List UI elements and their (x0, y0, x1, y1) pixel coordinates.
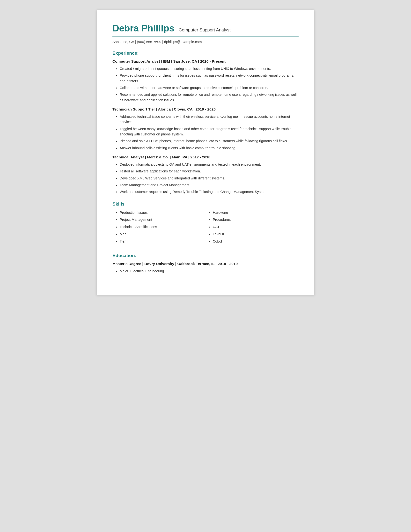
education-section: Education: Master's Degree | DeVry Unive… (112, 253, 299, 274)
list-item: Major: Electrical Engineering (120, 268, 299, 274)
experience-section-title: Experience: (112, 50, 299, 56)
list-item: Work on customer requests using Remedy T… (120, 189, 299, 194)
skills-section: Skills Production Issues Project Managem… (112, 201, 299, 246)
skills-section-title: Skills (112, 201, 299, 207)
name-title-row: Debra Phillips Computer Support Analyst (112, 23, 299, 34)
list-item: Technical Specifications (120, 224, 206, 230)
list-item: Tier II (120, 239, 206, 244)
job-bullets-3: Deployed Informatica objects to QA and U… (120, 162, 299, 195)
list-item: Developed XML Web Services and integrate… (120, 176, 299, 181)
list-item: Deployed Informatica objects to QA and U… (120, 162, 299, 167)
full-name: Debra Phillips (112, 23, 174, 34)
education-section-title: Education: (112, 253, 299, 258)
job-bullets-2: Addressed technical issue concerns with … (120, 114, 299, 151)
edu-heading-1: Master's Degree | DeVry University | Oak… (112, 262, 299, 266)
list-item: Answer inbound calls assisting clients w… (120, 145, 299, 151)
list-item: Addressed technical issue concerns with … (120, 114, 299, 125)
list-item: Level II (213, 232, 299, 237)
skills-left-col: Production Issues Project Management Tec… (120, 210, 206, 246)
list-item: Production Issues (120, 210, 206, 216)
list-item: UAT (213, 224, 299, 230)
list-item: Toggled between many knowledge bases and… (120, 126, 299, 137)
contact-info: San Jose, CA | (960) 555-7609 | dphillip… (112, 40, 299, 44)
header-divider (112, 37, 299, 37)
list-item: Hardware (213, 210, 299, 216)
list-item: Tested all software applications for eac… (120, 169, 299, 174)
list-item: Pitched and sold ATT Cellphones, interne… (120, 138, 299, 144)
list-item: Mac (120, 232, 206, 237)
list-item: Project Management (120, 217, 206, 222)
header-section: Debra Phillips Computer Support Analyst … (112, 23, 299, 44)
list-item: Created / migrated print queues, ensurin… (120, 66, 299, 71)
job-heading-3: Technical Analyst | Merck & Co. | Main, … (112, 155, 299, 159)
job-bullets-1: Created / migrated print queues, ensurin… (120, 66, 299, 103)
skills-right-col: Hardware Procedures UAT Level II Cobol (213, 210, 299, 246)
job-heading-2: Technician Support Tier | Alorica | Clov… (112, 107, 299, 112)
list-item: Cobol (213, 239, 299, 244)
resume-page: Debra Phillips Computer Support Analyst … (97, 10, 314, 295)
job-title-header: Computer Support Analyst (179, 27, 231, 33)
list-item: Recommended and applied solutions for re… (120, 92, 299, 103)
experience-section: Experience: Computer Support Analyst | I… (112, 50, 299, 195)
edu-bullets-1: Major: Electrical Engineering (120, 268, 299, 274)
list-item: Procedures (213, 217, 299, 222)
skills-grid: Production Issues Project Management Tec… (112, 210, 299, 246)
list-item: Collaborated with other hardware or soft… (120, 85, 299, 90)
list-item: Provided phone support for client firms … (120, 73, 299, 84)
list-item: Team Management and Project Management. (120, 182, 299, 188)
job-heading-1: Computer Support Analyst | IBM | San Jos… (112, 59, 299, 64)
